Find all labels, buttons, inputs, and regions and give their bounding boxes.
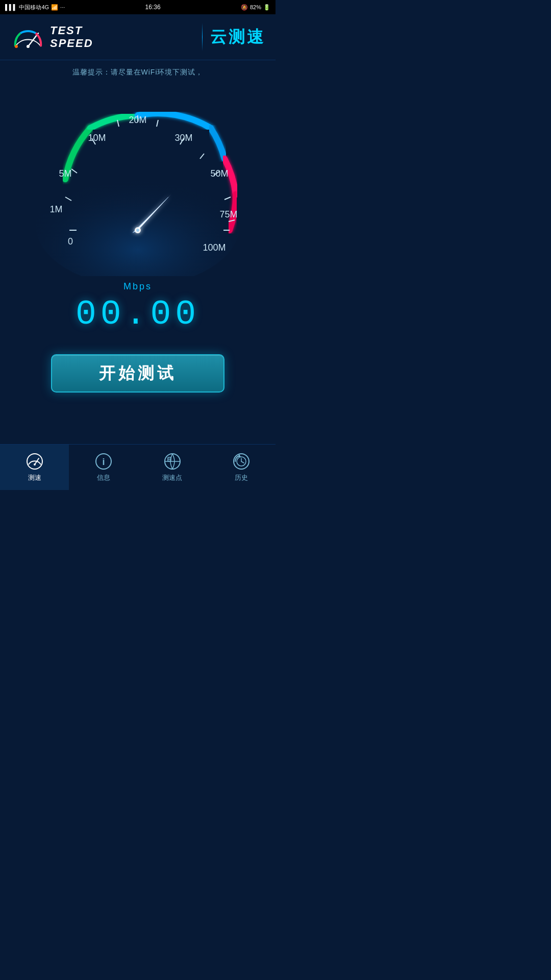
signal-icon: ▌▌▌ xyxy=(5,4,17,10)
svg-point-2 xyxy=(15,45,18,48)
info-icon: i xyxy=(94,452,113,471)
start-button[interactable]: 开始测试 xyxy=(51,354,224,393)
status-time: 16:36 xyxy=(145,4,161,11)
svg-line-19 xyxy=(157,120,158,127)
nav-item-points[interactable]: 测速点 xyxy=(138,445,207,490)
svg-text:50M: 50M xyxy=(210,168,228,179)
history-icon xyxy=(232,452,251,471)
bottom-nav: 测速 i 信息 测速点 xyxy=(0,444,276,490)
svg-point-1 xyxy=(27,45,30,48)
speedometer-icon xyxy=(26,452,44,471)
status-bar: ▌▌▌ 中国移动4G 📶 ··· 16:36 🔕 82% 🔋 xyxy=(0,0,276,14)
svg-text:10M: 10M xyxy=(88,133,106,143)
svg-text:0: 0 xyxy=(68,236,73,247)
svg-point-32 xyxy=(34,463,36,465)
nav-item-info[interactable]: i 信息 xyxy=(69,445,138,490)
svg-text:30M: 30M xyxy=(174,133,192,143)
logo-text: TEST SPEED xyxy=(50,24,93,49)
speed-value: 00.00 xyxy=(0,295,276,334)
svg-line-43 xyxy=(241,461,244,463)
logo-test-text: TEST xyxy=(50,24,93,37)
speed-display: Mbps 00.00 xyxy=(0,281,276,334)
battery-icon: 🔋 xyxy=(263,4,270,11)
mute-icon: 🔕 xyxy=(241,4,248,11)
speed-unit: Mbps xyxy=(0,281,276,292)
speedometer-svg: 0 1M 5M 10M 20M 30M 50M 75M 100M xyxy=(10,82,265,276)
logo-icon xyxy=(10,22,46,53)
carrier-text: 中国移动4G xyxy=(19,4,49,11)
speedometer: 0 1M 5M 10M 20M 30M 50M 75M 100M xyxy=(10,82,265,276)
svg-point-29 xyxy=(136,229,139,232)
app-header: TEST SPEED 云测速 xyxy=(0,14,276,60)
logo-speed-text: SPEED xyxy=(50,37,93,50)
svg-line-15 xyxy=(71,169,77,173)
svg-line-21 xyxy=(200,154,204,159)
main-content: 温馨提示：请尽量在WiFi环境下测试， xyxy=(0,60,276,393)
battery-text: 82% xyxy=(250,4,261,10)
nav-item-speed[interactable]: 测速 xyxy=(0,445,69,490)
wifi-icon: 📶 xyxy=(51,4,58,11)
nav-item-history[interactable]: 历史 xyxy=(207,445,276,490)
svg-text:i: i xyxy=(102,457,105,467)
status-left: ▌▌▌ 中国移动4G 📶 ··· xyxy=(5,4,65,11)
status-right: 🔕 82% 🔋 xyxy=(241,4,270,11)
dots: ··· xyxy=(60,4,65,10)
nav-label-history: 历史 xyxy=(235,473,248,482)
map-icon xyxy=(163,452,182,471)
nav-label-points: 测速点 xyxy=(162,473,182,482)
svg-text:1M: 1M xyxy=(49,204,62,214)
svg-text:100M: 100M xyxy=(203,242,226,253)
nav-label-speed: 测速 xyxy=(28,473,41,482)
svg-text:75M: 75M xyxy=(219,209,237,219)
nav-label-info: 信息 xyxy=(97,473,110,482)
header-title: 云测速 xyxy=(210,26,265,48)
speed-number: 00.00 xyxy=(76,295,200,334)
svg-text:5M: 5M xyxy=(59,168,71,179)
hint-text: 温馨提示：请尽量在WiFi环境下测试， xyxy=(0,68,276,77)
svg-line-17 xyxy=(117,120,119,127)
logo-area: TEST SPEED xyxy=(10,22,93,53)
